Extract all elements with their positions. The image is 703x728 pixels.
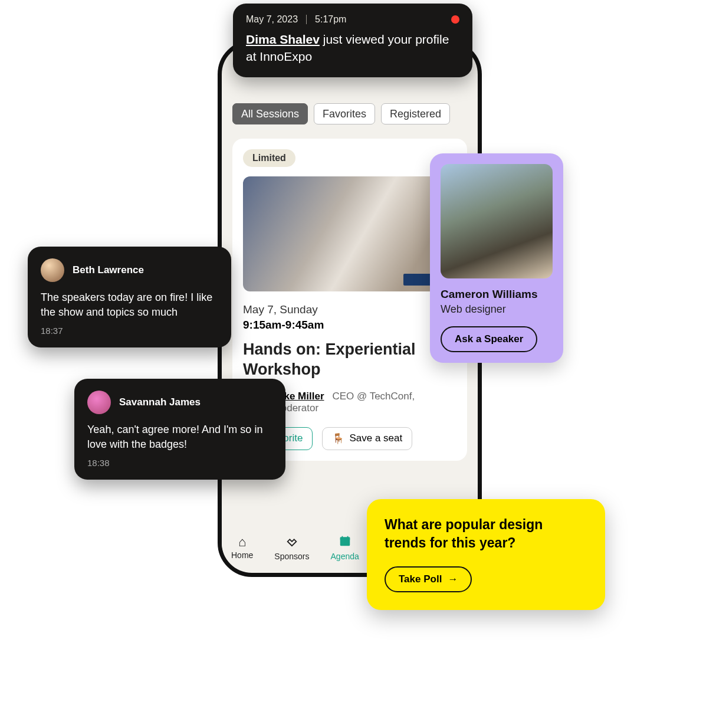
poll-card[interactable]: What are popular design trends for this … [367, 499, 605, 610]
nav-home-label: Home [231, 550, 253, 560]
seat-icon: 🪑 [332, 432, 344, 445]
ask-speaker-button[interactable]: Ask a Speaker [441, 326, 537, 352]
divider [306, 15, 307, 24]
speaker-card[interactable]: Cameron Williams Web designer Ask a Spea… [430, 153, 563, 363]
chat-timestamp: 18:38 [87, 458, 272, 468]
arrow-right-icon: → [448, 573, 458, 585]
chat-message-2[interactable]: Savannah James Yeah, can't agree more! A… [74, 379, 285, 480]
tab-registered[interactable]: Registered [381, 103, 450, 124]
speaker-photo [441, 164, 553, 278]
chat-sender-name: Savannah James [119, 396, 201, 408]
avatar [87, 391, 111, 414]
speaker-card-name: Cameron Williams [441, 288, 553, 301]
notification-user[interactable]: Dima Shalev [246, 32, 320, 46]
notification-date: May 7, 2023 [246, 14, 298, 25]
tab-all-sessions[interactable]: All Sessions [232, 103, 308, 124]
nav-home[interactable]: ⌂ Home [231, 536, 253, 560]
speaker-role [327, 391, 332, 402]
avatar [41, 258, 64, 282]
session-date: May 7, Sunday [243, 303, 456, 316]
poll-question: What are popular design trends for this … [385, 516, 587, 552]
nav-agenda-label: Agenda [331, 552, 359, 561]
nav-sponsors[interactable]: Sponsors [274, 534, 309, 561]
notification-toast[interactable]: May 7, 2023 5:17pm Dima Shalev just view… [233, 4, 472, 77]
session-time: 9:15am-9:45am [243, 319, 456, 332]
tab-favorites[interactable]: Favorites [314, 103, 375, 124]
save-seat-label: Save a seat [349, 432, 402, 444]
filter-tabs: All Sessions Favorites Registered [232, 103, 467, 124]
speaker-card-role: Web designer [441, 303, 553, 316]
limited-badge: Limited [243, 149, 295, 167]
take-poll-button[interactable]: Take Poll → [385, 566, 472, 592]
chat-text: The speakers today are on fire! I like t… [41, 290, 218, 320]
chat-text: Yeah, can't agree more! And I'm so in lo… [87, 422, 272, 452]
chat-sender-name: Beth Lawrence [73, 264, 144, 276]
svg-rect-1 [340, 537, 350, 540]
home-icon: ⌂ [238, 536, 246, 549]
chat-message-1[interactable]: Beth Lawrence The speakers today are on … [28, 247, 231, 347]
nav-agenda[interactable]: Agenda [331, 534, 359, 561]
notification-time: 5:17pm [315, 14, 346, 25]
chat-timestamp: 18:37 [41, 326, 218, 336]
take-poll-label: Take Poll [399, 573, 442, 585]
session-image [243, 176, 456, 291]
nav-sponsors-label: Sponsors [274, 552, 309, 561]
calendar-icon [339, 534, 352, 550]
handshake-icon [285, 534, 298, 550]
notification-body: Dima Shalev just viewed your profile at … [246, 31, 459, 65]
notification-header: May 7, 2023 5:17pm [246, 14, 459, 25]
unread-dot-icon [451, 15, 459, 24]
save-seat-button[interactable]: 🪑 Save a seat [322, 427, 412, 450]
session-title: Hands on: Experiential Workshop [243, 340, 456, 380]
